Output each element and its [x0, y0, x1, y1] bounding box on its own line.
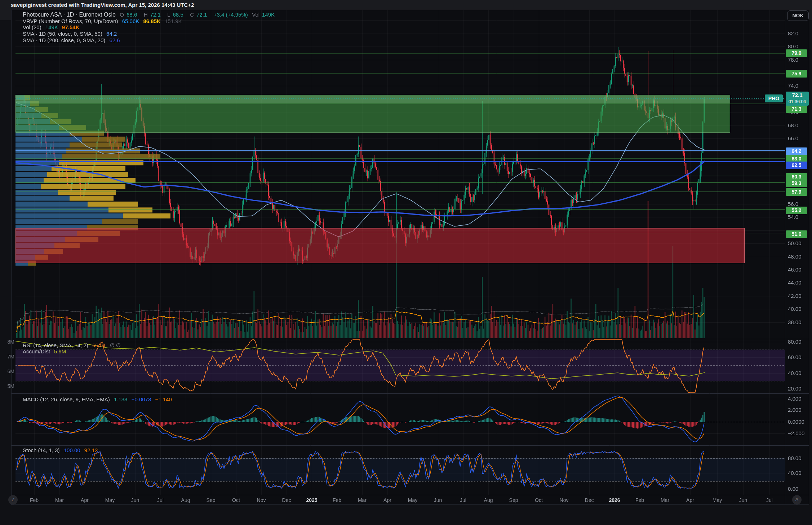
price-axis-tick: 74.0: [788, 83, 798, 89]
bar-countdown: 01:36:04: [786, 99, 809, 105]
price-axis-tick: 50.00: [788, 240, 802, 246]
tradingview-published-chart: savepiginvest created with TradingView.c…: [0, 0, 812, 525]
auto-scale-button[interactable]: A: [792, 495, 802, 504]
price-level-badge-75.9: 75.9: [786, 70, 807, 78]
sma50-value: 64.2: [106, 31, 117, 37]
price-axis-tick: 54.0: [788, 214, 798, 220]
vrvp-total-value: 151.9K: [165, 18, 182, 24]
current-price-value: 72.1: [786, 92, 809, 99]
macd-name: MACD (12, 26, close, 9, EMA, EMA): [23, 396, 110, 402]
time-axis-label-Oct: Oct: [535, 497, 543, 503]
stoch-axis-tick: 40.00: [788, 470, 802, 476]
currency-toggle-button[interactable]: NOK: [787, 10, 809, 21]
rsi-axis-tick: 40.00: [788, 370, 802, 376]
volume-legend-row[interactable]: Vol (20) 149K 97.54K: [23, 24, 82, 30]
ohlc-low-value: 68.5: [173, 12, 183, 18]
time-axis-label-Sep: Sep: [509, 497, 518, 503]
time-axis-label-May: May: [408, 497, 417, 503]
time-axis-label-Feb: Feb: [30, 497, 39, 503]
stoch-legend-row[interactable]: Stoch (14, 1, 3) 100.00 92.12: [23, 447, 100, 453]
time-axis-label-Feb: Feb: [333, 497, 341, 503]
macd-signal-value: −1.140: [155, 396, 172, 402]
accdist-value: 5.9M: [54, 348, 66, 354]
symbol-legend-row[interactable]: Photocure ASA · 1D · Euronext Oslo O68.6…: [23, 12, 280, 18]
price-axis-tick: 46.00: [788, 266, 802, 273]
time-axis-label-Apr: Apr: [686, 497, 694, 503]
time-axis-label-Jul: Jul: [460, 497, 466, 503]
macd-hist-value: 1.133: [114, 396, 128, 402]
price-axis-tick: 44.00: [788, 279, 802, 286]
time-axis-label-Oct: Oct: [232, 497, 240, 503]
ohlc-close-value: 72.1: [196, 12, 207, 18]
vol20-ma-value: 97.54K: [62, 24, 79, 30]
time-axis-label-Mar: Mar: [661, 497, 669, 503]
price-level-badge-55.2: 55.2: [786, 207, 807, 214]
time-axis-label-Mar: Mar: [55, 497, 64, 503]
sma50-legend-row[interactable]: SMA · 1D (50, close, 0, SMA, 50) 64.2: [23, 31, 119, 37]
time-axis-label-Aug: Aug: [181, 497, 190, 503]
rsi-legend-row[interactable]: RSI (14, close, SMA, 14, 2) 66.01 ∅ ∅: [23, 342, 123, 349]
rsi-axis-tick: 60.00: [788, 354, 802, 360]
stoch-axis-tick: 80.00: [788, 455, 802, 461]
accdist-scale-label: 5M: [1, 383, 14, 389]
time-axis-label-Jun: Jun: [739, 497, 747, 503]
vol20-name: Vol (20): [23, 24, 41, 30]
sma200-name: SMA · 1D (200, close, 0, SMA, 20): [23, 37, 105, 43]
stoch-name: Stoch (14, 1, 3): [23, 447, 60, 453]
accdist-legend-row[interactable]: Accum/Dist 5.9M: [23, 348, 68, 354]
stoch-axis-tick: 0.00: [788, 486, 798, 492]
rsi-axis-tick: 20.00: [788, 385, 802, 392]
macd-line-value: −0.0073: [132, 396, 151, 402]
chart-canvas[interactable]: [0, 0, 812, 525]
time-axis-label-2025: 2025: [306, 497, 317, 503]
change-value: +3.4 (+4.95%): [214, 12, 248, 18]
time-axis-label-Sep: Sep: [207, 497, 216, 503]
accdist-scale-label: 6M: [1, 369, 14, 374]
stoch-d-value: 92.12: [84, 447, 98, 453]
time-axis-label-Nov: Nov: [257, 497, 266, 503]
time-axis-label-Mar: Mar: [358, 497, 367, 503]
ohlc-open-label: O: [120, 12, 124, 18]
stoch-k-value: 100.00: [64, 447, 80, 453]
price-level-badge-79.0: 79.0: [786, 49, 807, 57]
rsi-hidden-values: ∅ ∅: [110, 342, 121, 348]
price-level-badge-59.3: 59.3: [786, 180, 807, 187]
accdist-scale-label: 7M: [1, 354, 14, 359]
vrvp-name: VRVP (Number Of Rows, 70, Up/Down): [23, 18, 118, 24]
symbol-marker-badge: PHO: [765, 94, 783, 102]
vrvp-legend-row[interactable]: VRVP (Number Of Rows, 70, Up/Down) 65.06…: [23, 18, 185, 24]
price-axis-tick: 48.00: [788, 253, 802, 260]
price-level-badge-62.5: 62.5: [786, 162, 807, 169]
sma50-name: SMA · 1D (50, close, 0, SMA, 50): [23, 31, 102, 37]
time-axis-label-Jul: Jul: [766, 497, 773, 503]
sma200-legend-row[interactable]: SMA · 1D (200, close, 0, SMA, 20) 62.6: [23, 37, 123, 43]
price-axis-tick: 68.0: [788, 122, 798, 128]
time-axis-label-Dec: Dec: [585, 497, 594, 503]
price-axis-tick: 80.0: [788, 43, 798, 49]
price-axis-tick: 66.0: [788, 135, 798, 141]
vol20-value: 149K: [45, 24, 58, 30]
macd-legend-row[interactable]: MACD (12, 26, close, 9, EMA, EMA) 1.133 …: [23, 396, 174, 402]
accdist-name: Accum/Dist: [23, 348, 50, 354]
current-price-badge: 72.1 01:36:04: [786, 92, 809, 106]
rsi-axis-tick: 80.00: [788, 339, 802, 345]
timezone-button[interactable]: Z: [8, 495, 18, 504]
time-axis-label-2026: 2026: [609, 497, 620, 503]
price-level-badge-51.6: 51.6: [786, 230, 807, 238]
ohlc-open-value: 68.6: [127, 12, 137, 18]
macd-axis-tick: 2.000: [788, 407, 802, 413]
price-axis-tick: 38.00: [788, 319, 802, 325]
price-axis-tick: 42.00: [788, 293, 802, 299]
price-level-badge-57.9: 57.9: [786, 188, 807, 196]
time-axis-label-May: May: [105, 497, 115, 503]
price-axis-tick: 78.0: [788, 57, 798, 63]
ohlc-low-label: L: [167, 12, 170, 18]
vol-label: Vol: [252, 12, 259, 18]
rsi-value: 66.01: [92, 342, 106, 348]
macd-axis-tick: 4.000: [788, 396, 802, 402]
time-axis-label-Jun: Jun: [434, 497, 442, 503]
price-axis-tick: 82.0: [788, 30, 798, 36]
time-axis-label-Apr: Apr: [383, 497, 391, 503]
time-axis-label-Feb: Feb: [635, 497, 644, 503]
sma200-value: 62.6: [109, 37, 120, 43]
